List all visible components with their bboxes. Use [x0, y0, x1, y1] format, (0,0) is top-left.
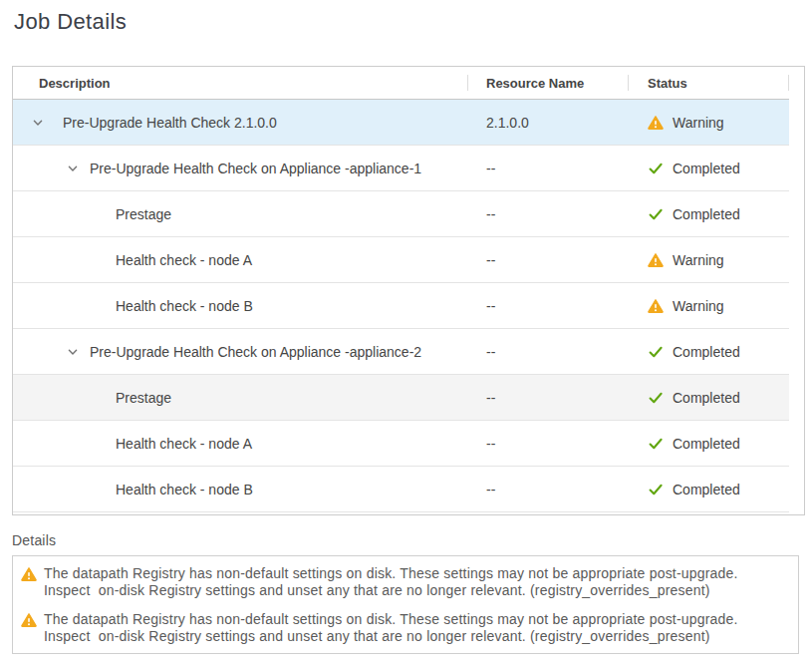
table-row[interactable]: Health check - node A -- Completed [13, 421, 789, 467]
chevron-down-icon[interactable] [66, 162, 80, 175]
status-text: Completed [673, 482, 740, 497]
description-cell: Health check - node B [13, 467, 468, 511]
status-text: Completed [673, 161, 740, 176]
status-cell: Completed [629, 467, 789, 511]
status-cell: Completed [629, 146, 789, 190]
status-cell: Completed [629, 375, 789, 420]
description-cell: Pre-Upgrade Health Check on Appliance -a… [13, 146, 468, 190]
resource-name-cell: -- [468, 421, 629, 466]
detail-message: The datapath Registry has non-default se… [21, 611, 790, 645]
status-text: Completed [673, 390, 740, 406]
description-cell: Health check - node B [13, 283, 468, 328]
description-cell: Health check - node A [13, 421, 468, 466]
warning-icon [648, 115, 664, 131]
status-cell: Warning [629, 283, 789, 328]
page-title: Job Details [14, 9, 812, 35]
table-row[interactable]: Prestage -- Completed [13, 375, 789, 421]
status-cell: Completed [629, 421, 789, 466]
table-header: Description Resource Name Status [13, 67, 789, 100]
completed-icon [648, 436, 664, 452]
status-text: Warning [673, 252, 724, 268]
status-cell: Completed [629, 329, 789, 374]
completed-icon [648, 161, 664, 176]
description-text: Prestage [13, 206, 171, 222]
chevron-down-icon[interactable] [66, 345, 80, 359]
completed-icon [648, 344, 664, 360]
resource-name-cell: -- [468, 329, 629, 374]
column-header-description: Description [13, 67, 467, 99]
column-header-status: Status [629, 67, 788, 99]
status-text: Completed [673, 344, 740, 360]
table-row[interactable]: Pre-Upgrade Health Check on Appliance -a… [13, 329, 789, 375]
job-details-page: Job Details Description Resource Name St… [0, 0, 812, 654]
status-text: Completed [673, 206, 740, 222]
status-cell: Warning [629, 100, 789, 145]
jobs-table: Description Resource Name Status Pre-Upg… [12, 66, 805, 515]
resource-name-cell: 2.1.0.0 [468, 100, 629, 145]
description-text: Health check - node A [13, 252, 252, 268]
detail-message-text: The datapath Registry has non-default se… [44, 565, 738, 599]
resource-name-cell: -- [468, 237, 629, 282]
table-row[interactable]: Prestage -- Completed [13, 191, 789, 237]
resource-name-cell: -- [468, 283, 629, 328]
description-cell: Prestage [13, 375, 468, 420]
description-cell: Pre-Upgrade Health Check 2.1.0.0 [13, 100, 468, 145]
status-cell: Completed [629, 191, 789, 236]
status-text: Completed [673, 436, 740, 452]
description-cell: Health check - node A [13, 237, 468, 282]
table-row[interactable]: Health check - node B -- Warning [13, 283, 789, 329]
details-label: Details [12, 532, 812, 548]
description-text: Health check - node B [13, 298, 253, 314]
detail-message: The datapath Registry has non-default se… [21, 565, 790, 599]
warning-icon [21, 566, 37, 582]
completed-icon [648, 206, 664, 222]
description-text: Health check - node A [13, 436, 252, 452]
description-text: Prestage [13, 390, 171, 406]
details-panel: The datapath Registry has non-default se… [12, 555, 799, 654]
status-text: Warning [673, 115, 724, 131]
table-body: Pre-Upgrade Health Check 2.1.0.0 2.1.0.0… [13, 100, 804, 512]
table-row[interactable]: Health check - node B -- Completed [13, 467, 789, 512]
description-cell: Pre-Upgrade Health Check on Appliance -a… [13, 329, 468, 374]
table-row[interactable]: Pre-Upgrade Health Check 2.1.0.0 2.1.0.0… [13, 100, 789, 146]
status-text: Warning [673, 298, 724, 314]
completed-icon [648, 390, 664, 406]
resource-name-cell: -- [468, 146, 629, 190]
description-text: Pre-Upgrade Health Check 2.1.0.0 [13, 115, 277, 131]
table-row[interactable]: Health check - node A -- Warning [13, 237, 789, 283]
chevron-down-icon[interactable] [31, 116, 45, 130]
column-header-resource-name: Resource Name [468, 67, 628, 99]
resource-name-cell: -- [468, 375, 629, 420]
table-row[interactable]: Pre-Upgrade Health Check on Appliance -a… [13, 146, 789, 191]
resource-name-cell: -- [468, 467, 629, 511]
status-cell: Warning [629, 237, 789, 282]
warning-icon [21, 612, 37, 628]
detail-message-text: The datapath Registry has non-default se… [44, 611, 738, 645]
description-cell: Prestage [13, 191, 468, 236]
completed-icon [648, 482, 664, 497]
column-separator [788, 75, 789, 91]
resource-name-cell: -- [468, 191, 629, 236]
warning-icon [648, 298, 664, 314]
description-text: Health check - node B [13, 482, 253, 497]
warning-icon [648, 252, 664, 268]
